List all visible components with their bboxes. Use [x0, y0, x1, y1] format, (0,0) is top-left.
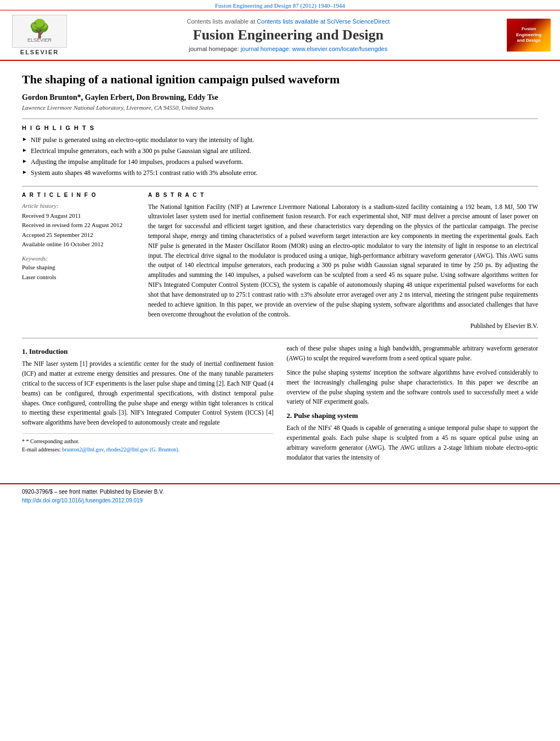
sciverse-link[interactable]: Contents lists available at SciVerse Sci…: [257, 18, 389, 25]
footnote-star: *: [22, 438, 26, 444]
pulse-section-heading: 2. Pulse shaping system: [287, 411, 539, 420]
elsevier-logo-image: 🌳 ELSEVIER: [12, 15, 67, 48]
journal-homepage: journal homepage: journal homepage: www.…: [72, 46, 504, 52]
top-citation-bar: Fusion Engineering and Design 87 (2012) …: [0, 0, 560, 10]
article-authors: Gordon Brunton*, Gaylen Erbert, Don Brow…: [22, 93, 538, 102]
abstract-text: The National Ignition Facility (NIF) at …: [148, 202, 538, 320]
article-title: The shaping of a national ignition campa…: [22, 72, 538, 88]
article-info-label: A R T I C L E I N F O: [22, 192, 137, 198]
highlights-section: H I G H L I G H T S NIF pulse is generat…: [22, 125, 538, 178]
keyword-1: Pulse shaping: [22, 263, 137, 273]
highlight-item-3: Adjusting the impulse amplitude for 140 …: [22, 156, 538, 167]
main-left-column: 1. Introduction The NIF laser system [1]…: [22, 344, 274, 467]
elsevier-label: ELSEVIER: [20, 49, 59, 55]
article-body: The shaping of a national ignition campa…: [0, 61, 560, 478]
highlights-list: NIF pulse is generated using an electro-…: [22, 134, 538, 178]
article-info-column: A R T I C L E I N F O Article history: R…: [22, 192, 137, 330]
highlights-label: H I G H L I G H T S: [22, 125, 538, 131]
citation-text: Fusion Engineering and Design 87 (2012) …: [215, 2, 345, 9]
info-abstract-section: A R T I C L E I N F O Article history: R…: [22, 192, 538, 330]
highlight-item-1: NIF pulse is generated using an electro-…: [22, 134, 538, 145]
journal-center: Contents lists available at Contents lis…: [72, 18, 504, 52]
homepage-link[interactable]: journal homepage: www.elsevier.com/locat…: [241, 46, 388, 52]
history-label: Article history:: [22, 202, 137, 209]
keyword-2: Laser controls: [22, 273, 137, 282]
divider-3: [22, 338, 538, 338]
sciverse-line: Contents lists available at Contents lis…: [72, 18, 504, 25]
history-received: Received 9 August 2011: [22, 211, 137, 221]
intro-right-para-2: Since the pulse shaping systems' incepti…: [287, 368, 539, 407]
footnote-corresponding: * * Corresponding author.: [22, 437, 274, 445]
divider-2: [22, 186, 538, 186]
journal-logo-text: Fusion Engineeringand Design: [509, 26, 548, 43]
journal-logo-right: Fusion Engineeringand Design: [504, 19, 553, 52]
elsevier-logo: 🌳 ELSEVIER ELSEVIER: [7, 15, 72, 55]
published-by: Published by Elsevier B.V.: [148, 323, 538, 329]
footnote-corresponding-label: * Corresponding author.: [26, 438, 80, 444]
journal-logo-box: Fusion Engineeringand Design: [507, 19, 551, 52]
main-body-section: 1. Introduction The NIF laser system [1]…: [22, 344, 538, 467]
history-online: Available online 16 October 2012: [22, 240, 137, 250]
footer-left: 0920-3796/$ – see front matter. Publishe…: [22, 488, 164, 505]
journal-title-header: Fusion Engineering and Design: [72, 27, 504, 43]
intro-right-para-1: each of these pulse shapes using a high …: [287, 344, 539, 364]
history-revised: Received in revised form 22 August 2012: [22, 220, 137, 230]
divider-1: [22, 118, 538, 119]
journal-header: 🌳 ELSEVIER ELSEVIER Contents lists avail…: [0, 10, 560, 61]
footer-issn: 0920-3796/$ – see front matter. Publishe…: [22, 488, 164, 496]
pulse-section-para-1: Each of the NIFs' 48 Quads is capable of…: [287, 423, 539, 462]
intro-paragraph-1: The NIF laser system [1] provides a scie…: [22, 359, 274, 428]
abstract-label: A B S T R A C T: [148, 192, 538, 198]
footnote-emails: E-mail addresses: brunton2@llnl.gov, rho…: [22, 445, 274, 454]
footnote-area: * * Corresponding author. E-mail address…: [22, 433, 274, 454]
intro-heading: 1. Introduction: [22, 347, 274, 356]
keywords-label: Keywords:: [22, 255, 137, 262]
main-right-column: each of these pulse shapes using a high …: [287, 344, 539, 467]
footer-doi[interactable]: http://dx.doi.org/10.1016/j.fusengdes.20…: [22, 496, 164, 505]
abstract-column: A B S T R A C T The National Ignition Fa…: [148, 192, 538, 330]
page-footer: 0920-3796/$ – see front matter. Publishe…: [0, 483, 560, 508]
footnote-email-label: E-mail addresses:: [22, 446, 61, 452]
footnote-email-addresses[interactable]: brunton2@llnl.gov, rhodes22@llnl.gov (G.…: [62, 446, 179, 452]
history-accepted: Accepted 25 September 2012: [22, 230, 137, 240]
highlight-item-4: System auto shapes 48 waveforms with to …: [22, 167, 538, 178]
article-affiliation: Lawrence Livermore National Laboratory, …: [22, 104, 538, 111]
highlight-item-2: Electrical impulse generators, each with…: [22, 145, 538, 156]
